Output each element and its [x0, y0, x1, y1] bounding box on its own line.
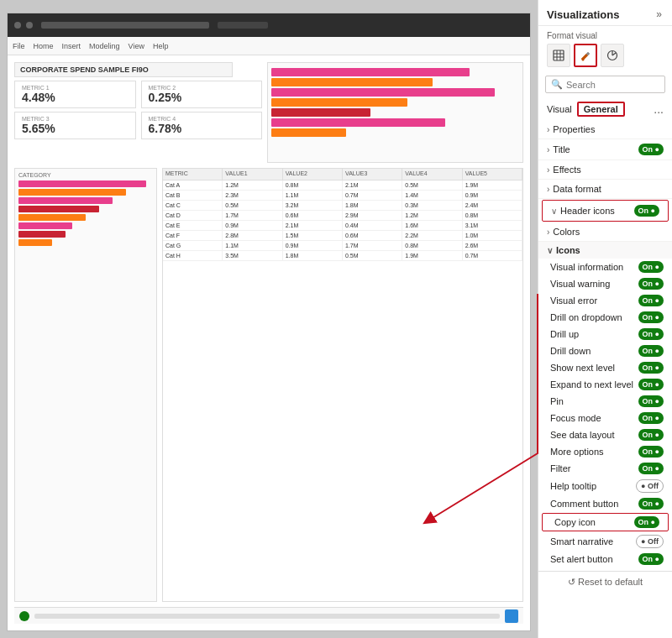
icon-item-show-next-level: Show next level On ● — [538, 359, 672, 376]
subsection-title: Icons — [556, 245, 580, 255]
section-properties[interactable]: › Properties — [538, 120, 672, 139]
chevron-icon: › — [547, 125, 549, 134]
focus-mode-toggle[interactable]: On ● — [638, 412, 664, 424]
header-icons-toggle[interactable]: On ● — [634, 205, 659, 217]
chevron-icon: ∨ — [547, 246, 553, 255]
icon-item-visual-error: Visual error On ● — [538, 292, 672, 309]
title-toggle[interactable]: On ● — [638, 144, 664, 155]
kpi-card: METRIC 3 5.65% — [14, 112, 136, 139]
svg-rect-0 — [554, 50, 564, 60]
help-tooltip-toggle[interactable]: ● Off — [636, 479, 664, 493]
icon-item-drill-up: Drill up On ● — [538, 326, 672, 343]
icon-item-drill-down: Drill down On ● — [538, 343, 672, 359]
section-title[interactable]: › Title On ● — [538, 139, 672, 160]
visual-warning-toggle[interactable]: On ● — [638, 278, 664, 290]
visual-error-toggle[interactable]: On ● — [638, 295, 664, 306]
section-label: Title — [553, 144, 570, 154]
visual-information-toggle[interactable]: On ● — [638, 261, 664, 273]
table-row: Cat E 0.9M 2.1M 0.4M 1.6M 3.1M — [163, 221, 522, 231]
copy-icon-toggle[interactable]: On ● — [634, 516, 659, 528]
visual-general-row: Visual General ... — [538, 98, 672, 120]
panel-collapse-button[interactable]: » — [654, 7, 664, 22]
table-row: Cat D 1.7M 0.6M 2.9M 1.2M 0.8M — [163, 211, 522, 221]
kpi-card: METRIC 2 0.25% — [141, 81, 263, 108]
icon-item-see-data-layout: See data layout On ● — [538, 426, 672, 443]
icon-item-filter: Filter On ● — [538, 460, 672, 477]
drill-on-dropdown-toggle[interactable]: On ● — [638, 311, 664, 323]
kpi-card: METRIC 4 6.78% — [141, 112, 263, 139]
icon-item-expand-to-next-level: Expand to next level On ● — [538, 376, 672, 393]
section-colors[interactable]: › Colors — [538, 222, 672, 242]
expand-to-next-level-toggle[interactable]: On ● — [638, 379, 664, 390]
drill-down-toggle[interactable]: On ● — [638, 345, 664, 357]
section-label: Header icons — [560, 206, 615, 216]
dashboard-nav: File Home Insert Modeling View Help — [8, 37, 530, 55]
search-icon: 🔍 — [551, 79, 563, 90]
search-box[interactable]: 🔍 — [545, 76, 665, 93]
general-badge: General — [577, 102, 625, 117]
pin-toggle[interactable]: On ● — [638, 395, 664, 407]
table-row: Cat H 3.5M 1.8M 0.5M 1.9M 0.7M — [163, 251, 522, 261]
section-data-format[interactable]: › Data format — [538, 180, 672, 199]
filter-toggle[interactable]: On ● — [638, 463, 664, 474]
smart-narrative-toggle[interactable]: ● Off — [636, 535, 664, 548]
format-icon-table[interactable] — [547, 44, 570, 67]
icon-item-drill-on-dropdown: Drill on dropdown On ● — [538, 309, 672, 326]
drill-up-toggle[interactable]: On ● — [638, 328, 664, 340]
dashboard-area: File Home Insert Modeling View Help CORP… — [0, 0, 538, 638]
icon-item-set-alert-button: Set alert button On ● — [538, 551, 672, 567]
section-label: Effects — [553, 165, 580, 175]
icon-item-visual-information: Visual information On ● — [538, 259, 672, 275]
dashboard-body: CORPORATE SPEND SAMPLE FI9O METRIC 1 4.4… — [8, 55, 530, 630]
icons-subsection-header[interactable]: ∨ Icons — [538, 242, 672, 259]
kpi-card: METRIC 1 4.48% — [14, 81, 136, 108]
section-label: Properties — [553, 124, 595, 134]
panel-title: Visualizations — [547, 8, 619, 21]
dashboard-title: CORPORATE SPEND SAMPLE FI9O — [14, 62, 233, 77]
icon-item-pin: Pin On ● — [538, 393, 672, 410]
section-label: Colors — [553, 227, 580, 237]
chevron-icon: › — [547, 227, 549, 237]
set-alert-button-toggle[interactable]: On ● — [638, 553, 664, 565]
section-effects[interactable]: › Effects — [538, 160, 672, 180]
table-row: Cat A 1.2M 0.8M 2.1M 0.5M 1.9M — [163, 180, 522, 191]
see-data-layout-toggle[interactable]: On ● — [638, 429, 664, 441]
dashboard-header — [8, 13, 530, 37]
visual-label: Visual — [547, 104, 572, 114]
more-options-toggle[interactable]: On ● — [638, 446, 664, 458]
reset-to-default-button[interactable]: ↺ Reset to default — [538, 571, 672, 593]
table-row: Cat G 1.1M 0.9M 1.7M 0.8M 2.6M — [163, 241, 522, 251]
visualizations-panel: Visualizations » Format visual — [538, 0, 672, 638]
search-input[interactable] — [566, 80, 659, 90]
chevron-icon: ∨ — [551, 207, 557, 216]
icon-item-help-tooltip: Help tooltip ● Off — [538, 477, 672, 495]
table-row: Cat F 2.8M 1.5M 0.6M 2.2M 1.0M — [163, 231, 522, 241]
format-visual-label: Format visual — [547, 31, 664, 40]
icon-item-visual-warning: Visual warning On ● — [538, 275, 672, 292]
section-label: Data format — [553, 184, 601, 194]
table-row: Cat C 0.5M 3.2M 1.8M 0.3M 2.4M — [163, 201, 522, 211]
comment-button-toggle[interactable]: On ● — [638, 498, 664, 510]
panel-header: Visualizations » — [538, 0, 672, 26]
section-header-icons[interactable]: ∨ Header icons On ● — [542, 200, 669, 222]
icon-item-comment-button: Comment button On ● — [538, 495, 672, 512]
data-table-header: METRIC VALUE1 VALUE2 VALUE3 VALUE4 VALUE… — [163, 169, 522, 180]
format-icon-brush[interactable] — [574, 44, 597, 67]
chevron-icon: › — [547, 145, 549, 154]
show-next-level-toggle[interactable]: On ● — [638, 362, 664, 374]
format-visual-section: Format visual — [538, 26, 672, 71]
table-row: Cat B 2.3M 1.1M 0.7M 1.4M 0.9M — [163, 191, 522, 201]
icon-item-focus-mode: Focus mode On ● — [538, 410, 672, 426]
chevron-icon: › — [547, 185, 549, 194]
svg-point-5 — [582, 59, 585, 61]
icon-item-smart-narrative: Smart narrative ● Off — [538, 532, 672, 551]
format-icons-row — [547, 44, 664, 67]
more-options-button[interactable]: ... — [654, 102, 664, 116]
chevron-icon: › — [547, 165, 549, 175]
format-icon-analytics[interactable] — [601, 44, 624, 67]
icon-item-more-options: More options On ● — [538, 443, 672, 460]
icon-item-copy-icon: Copy icon On ● — [542, 513, 669, 531]
